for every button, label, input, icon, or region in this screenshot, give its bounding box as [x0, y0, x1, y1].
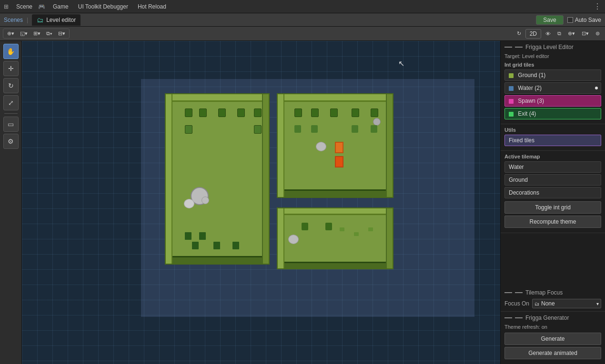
- int-grid-label: Int grid tiles: [504, 62, 601, 68]
- level-editor-icon: 🗂: [37, 16, 43, 24]
- canvas-area[interactable]: ↖: [22, 41, 500, 364]
- menu-uitoolkit[interactable]: UI Toolkit Debugger: [74, 2, 132, 11]
- focus-header: Tilemap Focus: [504, 289, 601, 296]
- fixed-tiles-btn[interactable]: Fixed tiles: [504, 135, 601, 146]
- toolbar-btn-4[interactable]: ⧉▾: [44, 30, 55, 38]
- tile-water[interactable]: Water (2): [504, 82, 601, 94]
- menu-game[interactable]: Game: [49, 2, 72, 11]
- tab-separator: |: [27, 17, 28, 23]
- tool-rect[interactable]: ▭: [3, 117, 19, 132]
- tilemap-section: Active tilemap Water Ground Decorations …: [501, 151, 605, 233]
- tab-label: Level editor: [46, 17, 76, 23]
- room-1[interactable]: [165, 93, 270, 265]
- toolbar-view[interactable]: ⊡▾: [579, 30, 591, 38]
- toolbar-magnet[interactable]: ⊕▾: [565, 30, 577, 38]
- utils-label: Utils: [504, 127, 601, 133]
- auto-save-checkbox[interactable]: [567, 17, 573, 23]
- toggle-int-grid-btn[interactable]: Toggle int grid: [504, 201, 601, 214]
- generate-animated-btn[interactable]: Generate animated: [504, 347, 601, 359]
- focus-dropdown[interactable]: 🗂 None ▾: [532, 299, 601, 308]
- header-line: [504, 47, 512, 48]
- spacer: [501, 233, 605, 286]
- tool-rotate[interactable]: ↻: [3, 78, 19, 93]
- focus-section: Tilemap Focus Focus On 🗂 None ▾: [501, 286, 605, 312]
- tile-water-label: Water (2): [518, 85, 542, 91]
- room-2[interactable]: [277, 93, 393, 198]
- tab-bar: Scenes | 🗂 Level editor Save Auto Save: [0, 13, 605, 27]
- tile-exit[interactable]: Exit (4): [504, 108, 601, 119]
- ground-color: [509, 73, 514, 78]
- tile-ground[interactable]: Ground (1): [504, 69, 601, 81]
- tilemap-decorations[interactable]: Decorations: [504, 187, 601, 198]
- auto-save-label: Auto Save: [575, 17, 601, 23]
- game-menu-icon: 🎮: [38, 3, 45, 10]
- toolbar-aspect[interactable]: ⊚: [593, 30, 602, 38]
- target-label: Target: Level editor: [504, 53, 601, 59]
- right-panel: Frigga Level Editor Target: Level editor…: [500, 41, 605, 364]
- header-line-2: [515, 47, 523, 48]
- editor-title: Frigga Level Editor: [525, 44, 574, 50]
- focus-row: Focus On 🗂 None ▾: [504, 299, 601, 308]
- tilemap-water[interactable]: Water: [504, 161, 601, 173]
- focus-value: None: [541, 300, 555, 307]
- menu-hotreload[interactable]: Hot Reload: [134, 2, 170, 11]
- focus-chevron: ▾: [596, 301, 599, 306]
- toolbar-right: ↻ 2D 👁 ⧉ ⊕▾ ⊡▾ ⊚: [514, 29, 602, 39]
- tool-settings[interactable]: ⚙: [3, 134, 19, 149]
- tile-spawn-label: Spawn (3): [518, 98, 544, 104]
- gen-line: [504, 317, 512, 318]
- tool-hand[interactable]: ✋: [3, 44, 19, 59]
- toolbar-refresh[interactable]: ↻: [514, 30, 524, 38]
- focus-title: Tilemap Focus: [525, 289, 563, 296]
- toolbar-layers[interactable]: ⧉: [555, 30, 564, 38]
- scenes-link[interactable]: Scenes: [4, 17, 23, 23]
- toolbar-eye[interactable]: 👁: [543, 30, 553, 38]
- toolbar-group-transform: ⊕▾ ◱▾ ⊞▾ ⧉▾ ⊟▾: [3, 29, 70, 39]
- save-button[interactable]: Save: [536, 15, 563, 25]
- toolbar-btn-1[interactable]: ⊕▾: [5, 30, 17, 38]
- tile-exit-label: Exit (4): [518, 110, 536, 117]
- generator-title: Frigga Generator: [525, 315, 569, 321]
- active-tilemap-label: Active tilemap: [504, 154, 601, 159]
- water-color: [509, 86, 514, 91]
- menu-scene[interactable]: Scene: [12, 2, 36, 11]
- menu-overflow[interactable]: ⋮: [594, 2, 601, 11]
- focus-line: [504, 292, 512, 293]
- utils-section: Utils Fixed tiles: [501, 124, 605, 151]
- recompute-theme-btn[interactable]: Recompute theme: [504, 216, 601, 228]
- toolbar-btn-3[interactable]: ⊞▾: [31, 30, 43, 38]
- generate-btn[interactable]: Generate: [504, 333, 601, 345]
- gen-line-2: [515, 317, 523, 318]
- toolbar-2d[interactable]: 2D: [525, 29, 541, 39]
- tool-separator: [4, 113, 18, 114]
- spawn-color: [509, 99, 514, 104]
- menu-bar: ⊞ Scene 🎮 Game UI Toolkit Debugger Hot R…: [0, 0, 605, 13]
- water-dot: [595, 87, 598, 89]
- focus-icon: 🗂: [534, 301, 539, 306]
- room-3[interactable]: [277, 207, 393, 269]
- focus-on-label: Focus On: [504, 300, 529, 307]
- toolbar-btn-2[interactable]: ◱▾: [18, 30, 30, 38]
- generator-header: Frigga Generator: [504, 315, 601, 321]
- theme-refresh-text: Theme refresh: on: [504, 324, 601, 330]
- tile-ground-label: Ground (1): [518, 72, 545, 79]
- editor-header-section: Frigga Level Editor Target: Level editor…: [501, 41, 605, 124]
- main-area: ✋ ✛ ↻ ⤢ ▭ ⚙: [0, 41, 605, 364]
- scene-menu-icon: ⊞: [4, 3, 9, 10]
- tool-scale[interactable]: ⤢: [3, 95, 19, 110]
- exit-color: [509, 112, 514, 117]
- focus-line-2: [515, 292, 523, 293]
- toolbar: ⊕▾ ◱▾ ⊞▾ ⧉▾ ⊟▾ ↻ 2D 👁 ⧉ ⊕▾ ⊡▾ ⊚: [0, 27, 605, 41]
- left-toolbar: ✋ ✛ ↻ ⤢ ▭ ⚙: [0, 41, 22, 364]
- auto-save-area: Auto Save: [567, 17, 601, 23]
- generator-section: Frigga Generator Theme refresh: on Gener…: [501, 312, 605, 364]
- active-tab[interactable]: 🗂 Level editor: [32, 14, 81, 26]
- tilemap-ground[interactable]: Ground: [504, 174, 601, 186]
- tile-spawn[interactable]: Spawn (3): [504, 95, 601, 107]
- toolbar-btn-5[interactable]: ⊟▾: [56, 30, 68, 38]
- editor-header: Frigga Level Editor: [504, 44, 601, 50]
- tool-move[interactable]: ✛: [3, 61, 19, 76]
